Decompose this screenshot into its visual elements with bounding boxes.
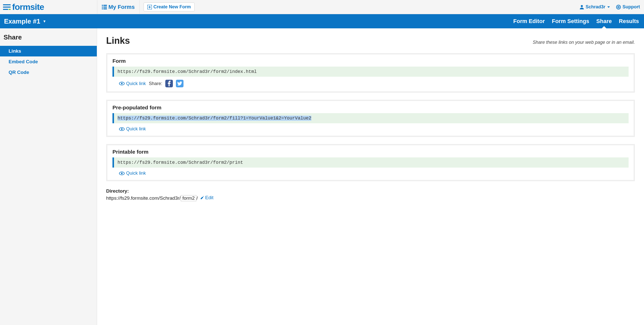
user-icon <box>580 5 584 9</box>
directory-section: Directory: https://fs29.formsite.com/Sch… <box>106 188 635 201</box>
svg-point-13 <box>581 5 583 7</box>
svg-rect-7 <box>103 7 107 8</box>
printable-url[interactable]: https://fs29.formsite.com/Schrad3r/form2… <box>112 157 629 168</box>
form-nav: Form Editor Form Settings Share Results <box>513 14 639 28</box>
create-new-form-button[interactable]: Create New Form <box>144 3 195 11</box>
card-title-form: Form <box>112 58 629 64</box>
form-link-card: Form https://fs29.formsite.com/Schrad3r/… <box>106 53 635 93</box>
directory-base: https://fs29.formsite.com/Schrad3r/ <box>106 195 181 201</box>
quick-link-label: Quick link <box>126 126 146 132</box>
form-name: Example #1 <box>4 17 40 25</box>
svg-rect-5 <box>103 5 107 6</box>
svg-point-15 <box>618 6 619 8</box>
menu-lines-icon <box>3 4 11 10</box>
printable-link-card: Printable form https://fs29.formsite.com… <box>106 144 635 181</box>
share-facebook-button[interactable] <box>165 80 173 87</box>
share-label: Share: <box>149 81 162 86</box>
pencil-icon <box>200 196 204 200</box>
card-title-printable: Printable form <box>112 149 629 155</box>
svg-rect-6 <box>102 7 103 8</box>
eye-icon <box>119 172 125 175</box>
form-name-dropdown[interactable]: Example #1 ▼ <box>4 17 46 25</box>
my-forms-link[interactable]: My Forms <box>97 0 140 14</box>
sidebar-item-links[interactable]: Links <box>0 46 97 56</box>
form-header-bar: Example #1 ▼ Form Editor Form Settings S… <box>0 14 644 28</box>
quick-link-label: Quick link <box>126 81 146 86</box>
page-subtitle: Share these links on your web page or in… <box>533 40 635 45</box>
svg-point-17 <box>121 83 123 84</box>
svg-rect-9 <box>103 8 107 9</box>
user-name: Schrad3r <box>586 4 605 10</box>
create-new-form-label: Create New Form <box>153 4 191 10</box>
lifebuoy-icon <box>616 5 621 10</box>
quick-link-printable[interactable]: Quick link <box>112 171 146 176</box>
nav-form-settings[interactable]: Form Settings <box>552 14 589 28</box>
prepop-url[interactable]: https://fs29.formsite.com/Schrad3r/form2… <box>112 113 629 123</box>
facebook-icon <box>167 81 171 86</box>
share-sidebar: Share Links Embed Code QR Code <box>0 28 97 325</box>
share-twitter-button[interactable] <box>176 80 183 87</box>
brand-name: formsite <box>12 2 44 12</box>
directory-form-input[interactable]: form2 <box>181 195 197 201</box>
svg-rect-0 <box>3 4 11 5</box>
topbar: formsite My Forms Create New Form Schr <box>0 0 644 14</box>
svg-rect-3 <box>9 9 11 10</box>
svg-rect-4 <box>102 5 103 6</box>
svg-point-21 <box>121 173 123 174</box>
quick-link-form[interactable]: Quick link <box>112 81 146 86</box>
list-icon <box>102 5 107 9</box>
sidebar-item-embed[interactable]: Embed Code <box>0 56 97 67</box>
brand-logo[interactable]: formsite <box>0 2 97 12</box>
user-menu[interactable]: Schrad3r <box>580 4 610 10</box>
my-forms-label: My Forms <box>108 4 135 10</box>
card-title-prepop: Pre-populated form <box>112 105 629 111</box>
page-title: Links <box>106 35 130 46</box>
chevron-down-icon <box>607 6 610 8</box>
svg-rect-8 <box>102 8 103 9</box>
support-link[interactable]: Support <box>616 4 640 10</box>
directory-edit-label: Edit <box>205 195 214 200</box>
eye-icon <box>119 127 125 131</box>
svg-point-14 <box>616 5 620 9</box>
form-url[interactable]: https://fs29.formsite.com/Schrad3r/form2… <box>112 67 629 77</box>
support-label: Support <box>623 4 640 10</box>
prepopulated-link-card: Pre-populated form https://fs29.formsite… <box>106 100 635 137</box>
nav-share[interactable]: Share <box>596 14 612 28</box>
twitter-icon <box>177 82 182 86</box>
nav-results[interactable]: Results <box>619 14 639 28</box>
sidebar-title: Share <box>0 32 97 46</box>
svg-rect-1 <box>3 7 11 8</box>
eye-icon <box>119 82 125 85</box>
sidebar-item-qr[interactable]: QR Code <box>0 67 97 78</box>
main-content: Links Share these links on your web page… <box>97 28 644 325</box>
quick-link-label: Quick link <box>126 171 146 176</box>
chevron-down-icon: ▼ <box>43 19 46 23</box>
svg-point-19 <box>121 128 123 130</box>
nav-form-editor[interactable]: Form Editor <box>513 14 545 28</box>
svg-rect-2 <box>3 9 8 10</box>
directory-label: Directory: <box>106 188 635 194</box>
quick-link-prepop[interactable]: Quick link <box>112 126 146 132</box>
svg-rect-12 <box>148 7 151 7</box>
directory-edit-link[interactable]: Edit <box>200 195 214 200</box>
plus-square-icon <box>147 5 152 9</box>
directory-slash: / <box>196 195 198 201</box>
